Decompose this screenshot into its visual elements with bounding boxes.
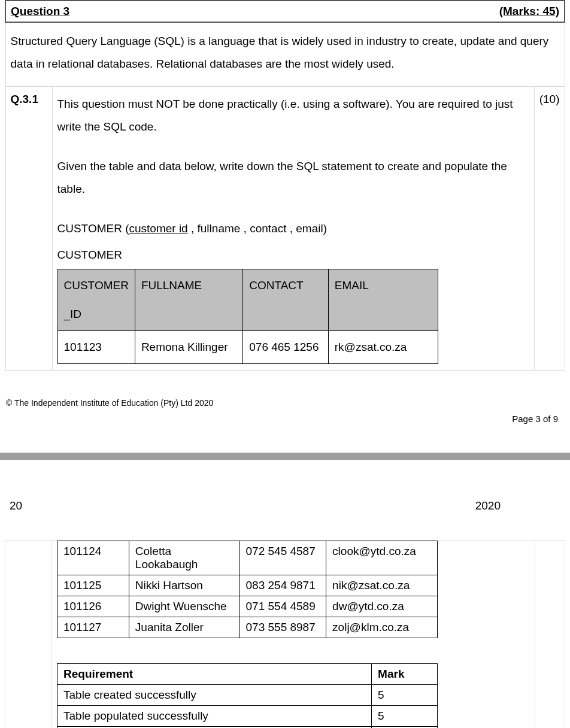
cell-email: clook@ytd.co.za (326, 541, 438, 575)
cell-contact: 073 555 8987 (239, 617, 326, 638)
p2-right-gutter (535, 541, 565, 729)
cell-id: 101124 (57, 541, 129, 575)
copyright-text: © The Independent Institute of Education… (6, 398, 565, 408)
cell-requirement: Table populated successfully (57, 706, 372, 727)
customer-table-p1: CUSTOMER _ID FULLNAME CONTACT EMAIL 1011… (57, 269, 438, 364)
question-intro: Structured Query Language (SQL) is a lan… (5, 22, 565, 87)
cell-fullname: Coletta Lookabaugh (129, 541, 239, 575)
page-2: 20 2020 101124Coletta Lookabaugh072 545 … (0, 499, 570, 728)
cell-id: 101125 (57, 575, 129, 596)
cell-contact: 076 465 1256 (243, 331, 329, 364)
cell-mark: 5 (372, 685, 438, 706)
th-mark: Mark (372, 664, 438, 685)
cell-fullname: Remona Killinger (135, 331, 242, 364)
cell-email: dw@ytd.co.za (326, 596, 438, 617)
cell-email: rk@zsat.co.za (328, 331, 438, 364)
page2-header-left: 20 (10, 499, 22, 512)
question-container: Question 3 (Marks: 45) Structured Query … (5, 0, 565, 371)
cell-requirement: Table created successfully (57, 685, 372, 706)
question-header-cell: Question 3 (Marks: 45) (5, 1, 565, 22)
th-fullname: FULLNAME (135, 269, 242, 331)
table-row: 101125Nikki Hartson083 254 9871nik@zsat.… (57, 575, 438, 596)
th-customer-id: CUSTOMER _ID (57, 269, 135, 331)
th-contact: CONTACT (243, 269, 329, 331)
page-break (0, 453, 570, 460)
schema-line: CUSTOMER (customer id , fullname , conta… (57, 217, 529, 240)
table-row: 101123Remona Killinger076 465 1256rk@zsa… (57, 331, 438, 364)
subquestion-body: This question must NOT be done practical… (52, 87, 534, 371)
th-id-line1: CUSTOMER (64, 274, 129, 297)
subquestion-number: Q.3.1 (5, 87, 52, 371)
customer-table-label: CUSTOMER (57, 244, 529, 266)
th-requirement: Requirement (57, 664, 372, 685)
schema-pk: customer id (129, 222, 187, 235)
schema-prefix: CUSTOMER ( (57, 222, 129, 235)
sub-para-2: Given the table and data below, write do… (57, 155, 529, 201)
p2-left-gutter (5, 541, 52, 729)
cell-id: 101123 (57, 331, 135, 364)
page-number: Page 3 of 9 (5, 414, 558, 424)
th-email: EMAIL (328, 269, 438, 331)
cell-email: zolj@klm.co.za (326, 617, 438, 638)
page2-header: 20 2020 (5, 499, 565, 512)
sub-para-1: This question must NOT be done practical… (57, 93, 529, 138)
customer-table-p2: 101124Coletta Lookabaugh072 545 4587cloo… (57, 541, 438, 638)
cell-contact: 072 545 4587 (239, 541, 326, 575)
subquestion-points: (10) (534, 87, 565, 371)
cell-contact: 083 254 9871 (239, 575, 326, 596)
page2-header-right: 2020 (475, 499, 501, 512)
p2-body: 101124Coletta Lookabaugh072 545 4587cloo… (52, 541, 535, 729)
cell-fullname: Juanita Zoller (129, 617, 239, 638)
schema-rest: , fullname , contact , email) (188, 222, 327, 235)
cell-email: nik@zsat.co.za (326, 575, 438, 596)
table-row: 101127Juanita Zoller073 555 8987zolj@klm… (57, 617, 438, 638)
requirements-table: Requirement Mark Table created successfu… (57, 663, 438, 728)
question-title: Question 3 (11, 5, 69, 18)
cell-id: 101127 (57, 617, 129, 638)
table-row: Table populated successfully5 (57, 706, 438, 727)
table-row: Table created successfully5 (57, 685, 438, 706)
table-row: 101124Coletta Lookabaugh072 545 4587cloo… (57, 541, 438, 575)
cell-id: 101126 (57, 596, 129, 617)
cell-contact: 071 554 4589 (239, 596, 326, 617)
table-row: 101126Dwight Wuensche071 554 4589dw@ytd.… (57, 596, 438, 617)
th-id-line2: _ID (64, 303, 129, 326)
question-container-p2: 101124Coletta Lookabaugh072 545 4587cloo… (5, 540, 565, 728)
cell-fullname: Dwight Wuensche (129, 596, 239, 617)
cell-mark: 5 (372, 706, 438, 727)
question-marks: (Marks: 45) (499, 5, 559, 18)
page-1: Question 3 (Marks: 45) Structured Query … (0, 0, 570, 424)
cell-fullname: Nikki Hartson (129, 575, 239, 596)
